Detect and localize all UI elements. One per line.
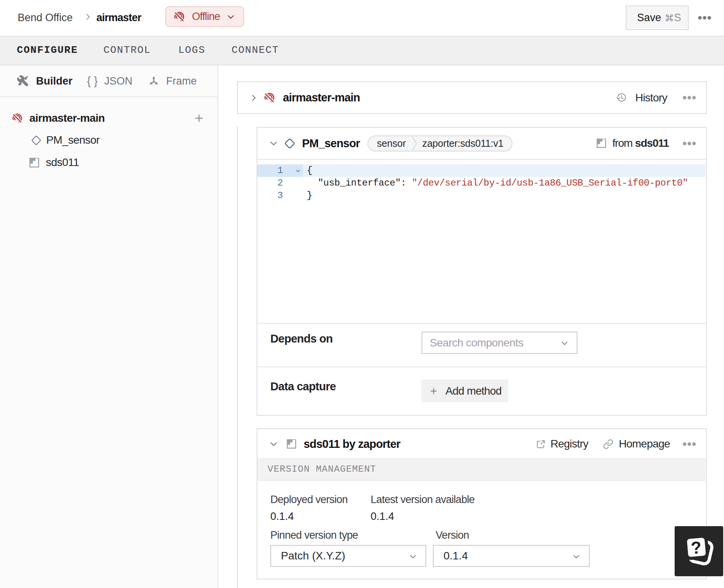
svg-text:?: ? bbox=[690, 537, 702, 557]
